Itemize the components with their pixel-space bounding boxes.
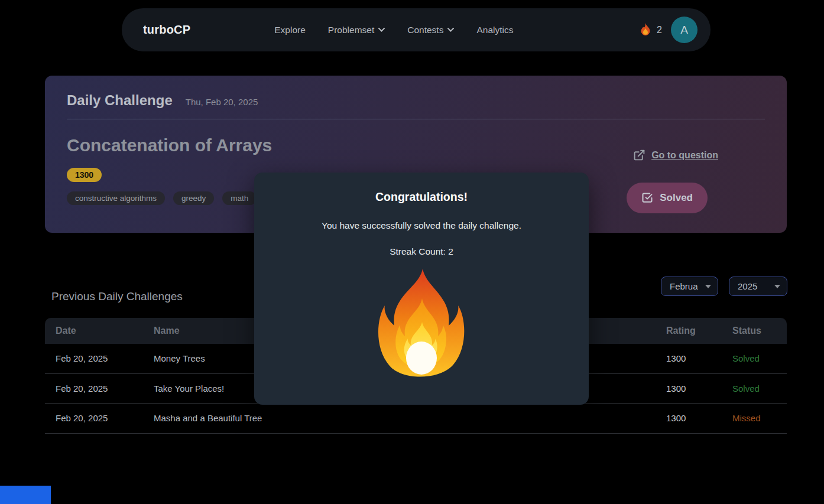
- row-rating: 1300: [666, 353, 732, 363]
- chevron-down-icon: [705, 285, 711, 288]
- solved-button[interactable]: Solved: [627, 183, 708, 213]
- daily-challenge-date: Thu, Feb 20, 2025: [186, 97, 258, 107]
- congratulations-modal: Congratulations! You have successfully s…: [254, 173, 589, 405]
- card-header: Daily Challenge Thu, Feb 20, 2025: [67, 92, 765, 109]
- nav-right-cluster: 2 A: [640, 17, 698, 43]
- row-date: Feb 20, 2025: [45, 383, 154, 394]
- daily-challenge-title: Daily Challenge: [67, 92, 173, 109]
- column-header-rating: Rating: [666, 326, 732, 336]
- row-rating: 1300: [666, 413, 732, 423]
- go-to-question-link[interactable]: Go to question: [633, 149, 718, 161]
- month-select[interactable]: Februa: [661, 277, 718, 296]
- row-date: Feb 20, 2025: [45, 413, 154, 423]
- table-row[interactable]: Feb 20, 2025 Masha and a Beautiful Tree …: [45, 404, 787, 434]
- month-select-value: Februa: [670, 281, 698, 291]
- row-status: Missed: [732, 413, 787, 423]
- column-header-date: Date: [45, 326, 154, 336]
- nav-item-label: Analytics: [476, 25, 513, 35]
- solved-button-label: Solved: [660, 192, 693, 204]
- go-to-question-label: Go to question: [651, 150, 718, 161]
- flame-icon: [640, 22, 651, 38]
- nav-links: Explore Problemset Contests Analytics: [274, 25, 513, 35]
- chevron-down-icon: [378, 28, 385, 32]
- modal-streak-count: Streak Count: 2: [254, 246, 589, 257]
- chevron-down-icon: [447, 28, 454, 32]
- row-status: Solved: [732, 353, 787, 363]
- nav-item-problemset[interactable]: Problemset: [328, 25, 385, 35]
- modal-title: Congratulations!: [254, 190, 589, 204]
- row-status: Solved: [732, 383, 787, 394]
- external-link-icon: [633, 149, 645, 161]
- avatar[interactable]: A: [671, 17, 698, 43]
- nav-item-label: Problemset: [328, 25, 374, 35]
- column-header-status: Status: [732, 326, 787, 336]
- nav-item-explore[interactable]: Explore: [274, 25, 306, 35]
- check-square-icon: [641, 192, 653, 204]
- nav-item-label: Contests: [407, 25, 443, 35]
- divider: [67, 119, 765, 119]
- nav-item-label: Explore: [274, 25, 306, 35]
- nav-item-analytics[interactable]: Analytics: [476, 25, 513, 35]
- rating-badge: 1300: [67, 168, 102, 182]
- navbar: turboCP Explore Problemset Contests Anal…: [122, 8, 711, 51]
- flame-illustration: [254, 268, 589, 389]
- modal-message: You have successfully solved the daily c…: [254, 220, 589, 231]
- row-name: Masha and a Beautiful Tree: [154, 413, 666, 423]
- nav-item-contests[interactable]: Contests: [407, 25, 454, 35]
- previous-challenges-heading: Previous Daily Challenges: [51, 290, 183, 303]
- avatar-letter: A: [680, 24, 688, 37]
- row-date: Feb 20, 2025: [45, 353, 154, 363]
- year-select[interactable]: 2025: [729, 277, 787, 296]
- chevron-down-icon: [774, 285, 780, 288]
- year-select-value: 2025: [738, 281, 757, 291]
- app-logo[interactable]: turboCP: [143, 23, 190, 37]
- tag-greedy: greedy: [173, 191, 214, 205]
- row-rating: 1300: [666, 383, 732, 394]
- tag-math: math: [222, 191, 257, 205]
- tag-constructive-algorithms: constructive algorithms: [67, 191, 165, 205]
- artifact-blue-rectangle: [0, 486, 51, 504]
- streak-count: 2: [657, 25, 662, 35]
